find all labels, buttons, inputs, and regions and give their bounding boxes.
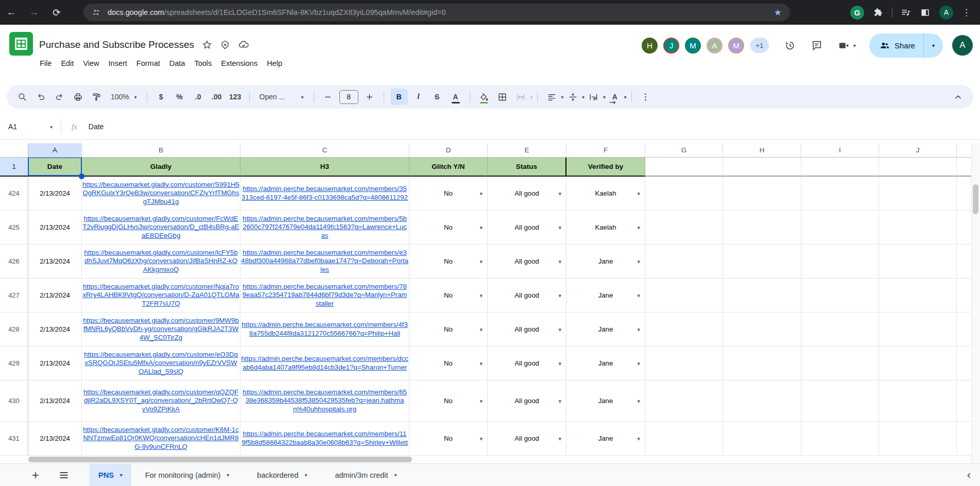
cell-empty[interactable]: [723, 313, 801, 346]
cell-glitch[interactable]: No▾: [409, 346, 488, 380]
cell-h3[interactable]: https://admin.perche.becausemarket.com/m…: [240, 279, 409, 313]
saved-to-drive-icon[interactable]: [238, 39, 249, 50]
tab-dropdown-icon[interactable]: ▾: [120, 472, 123, 478]
cell-K1-partial[interactable]: [957, 158, 971, 177]
cell-empty[interactable]: [645, 177, 723, 211]
collaborator-avatar[interactable]: J: [663, 38, 679, 54]
cell-glitch[interactable]: No▾: [409, 279, 488, 313]
cell-I1[interactable]: [801, 158, 879, 177]
vertical-align-button[interactable]: [565, 89, 580, 105]
dropdown-arrow-icon[interactable]: ▾: [558, 258, 561, 265]
google-sheets-logo[interactable]: [9, 32, 33, 56]
dropdown-arrow-icon[interactable]: ▾: [479, 326, 483, 333]
cell-empty[interactable]: [801, 245, 879, 279]
cell-date[interactable]: 2/13/2024: [28, 380, 82, 422]
dropdown-arrow-icon[interactable]: ▾: [637, 224, 640, 231]
reload-icon[interactable]: ⟳: [45, 7, 68, 19]
cell-empty[interactable]: [645, 211, 723, 245]
h3-link[interactable]: https://admin.perche.becausemarket.com/m…: [240, 321, 409, 338]
cell-verified[interactable]: Kaelah▾: [566, 177, 645, 211]
cell-h3[interactable]: https://admin.perche.becausemarket.com/m…: [240, 211, 409, 245]
formula-input[interactable]: Date: [89, 123, 104, 131]
zoom-select[interactable]: 100%▾: [106, 93, 142, 101]
font-select[interactable]: Open ...▾: [254, 93, 309, 101]
cell-partial[interactable]: [957, 177, 971, 211]
dropdown-arrow-icon[interactable]: ▾: [479, 224, 483, 231]
h3-link[interactable]: https://admin.perche.becausemarket.com/m…: [240, 283, 409, 308]
account-avatar[interactable]: A: [952, 35, 973, 56]
vertical-align-dropdown-icon[interactable]: ▾: [582, 94, 584, 100]
camera-dropdown-icon[interactable]: ▾: [853, 43, 856, 48]
cell-empty[interactable]: [879, 211, 957, 245]
text-wrap-button[interactable]: [586, 89, 601, 105]
increase-decimal-button[interactable]: .00: [209, 89, 225, 105]
menu-help[interactable]: Help: [262, 57, 287, 70]
cell-empty[interactable]: [645, 313, 723, 346]
strikethrough-button[interactable]: S: [429, 89, 445, 105]
h3-link[interactable]: https://admin.perche.becausemarket.com/m…: [240, 430, 409, 447]
cell-empty[interactable]: [801, 422, 879, 456]
cell-status[interactable]: All good▾: [488, 422, 566, 456]
text-color-button[interactable]: A: [448, 89, 463, 105]
labels-icon[interactable]: [220, 40, 230, 50]
dropdown-arrow-icon[interactable]: ▾: [479, 292, 483, 299]
menu-view[interactable]: View: [78, 57, 104, 70]
browser-profile-avatar[interactable]: A: [939, 6, 953, 20]
cell-status[interactable]: All good▾: [488, 313, 566, 346]
cell-empty[interactable]: [801, 211, 879, 245]
gladly-link[interactable]: https://becausemarket.gladly.com/custome…: [82, 181, 240, 206]
cell-verified[interactable]: Jane▾: [566, 422, 645, 456]
gladly-link[interactable]: https://becausemarket.gladly.com/custome…: [82, 249, 240, 274]
cell-empty[interactable]: [879, 346, 957, 380]
dropdown-arrow-icon[interactable]: ▾: [479, 397, 483, 404]
cell-empty[interactable]: [645, 346, 723, 380]
cell-empty[interactable]: [645, 279, 723, 313]
more-collaborators-badge[interactable]: +1: [750, 38, 769, 53]
redo-icon[interactable]: [51, 89, 67, 105]
select-all-corner[interactable]: [0, 143, 28, 158]
cell-partial[interactable]: [957, 346, 971, 380]
cell-h3[interactable]: https://admin.perche.becausemarket.com/m…: [240, 313, 409, 346]
horizontal-align-dropdown-icon[interactable]: ▾: [561, 94, 563, 100]
cell-empty[interactable]: [801, 380, 879, 422]
italic-button[interactable]: I: [411, 89, 426, 105]
cell-empty[interactable]: [879, 380, 957, 422]
dropdown-arrow-icon[interactable]: ▾: [558, 360, 561, 367]
browser-menu-icon[interactable]: ⋮: [962, 7, 971, 18]
media-controls-icon[interactable]: [901, 8, 911, 18]
cell-empty[interactable]: [801, 279, 879, 313]
text-rotation-button[interactable]: A: [607, 89, 623, 105]
dropdown-arrow-icon[interactable]: ▾: [479, 435, 483, 442]
cell-B1[interactable]: Gladly: [82, 158, 240, 177]
dropdown-arrow-icon[interactable]: ▾: [637, 397, 640, 404]
collaborator-avatar[interactable]: M: [728, 38, 744, 54]
cell-h3[interactable]: https://admin.perche.becausemarket.com/m…: [240, 422, 409, 456]
gladly-link[interactable]: https://becausemarket.gladly.com/custome…: [82, 426, 240, 451]
cell-gladly[interactable]: https://becausemarket.gladly.com/custome…: [82, 313, 240, 346]
cell-status[interactable]: All good▾: [488, 346, 566, 380]
cell-status[interactable]: All good▾: [488, 279, 566, 313]
horizontal-align-button[interactable]: [544, 89, 559, 105]
meet-camera-icon[interactable]: ▾: [838, 40, 856, 51]
cell-empty[interactable]: [723, 177, 801, 211]
gladly-link[interactable]: https://becausemarket.gladly.com/custome…: [82, 317, 240, 342]
collapse-toolbar-icon[interactable]: [950, 89, 966, 105]
tab-dropdown-icon[interactable]: ▾: [227, 472, 229, 478]
tab-dropdown-icon[interactable]: ▾: [305, 472, 307, 478]
gladly-link[interactable]: https://becausemarket.gladly.com/custome…: [82, 215, 240, 240]
cell-h3[interactable]: https://admin.perche.becausemarket.com/m…: [240, 177, 409, 211]
cell-empty[interactable]: [723, 245, 801, 279]
bold-button[interactable]: B: [390, 89, 408, 105]
cell-date[interactable]: 2/13/2024: [28, 211, 82, 245]
merge-cells-button[interactable]: [513, 89, 529, 105]
menu-insert[interactable]: Insert: [104, 57, 132, 70]
horizontal-scrollbar[interactable]: [28, 457, 412, 462]
h3-link[interactable]: https://admin.perche.becausemarket.com/m…: [240, 355, 409, 372]
bookmark-star-icon[interactable]: ★: [774, 7, 782, 18]
cell-gladly[interactable]: https://becausemarket.gladly.com/custome…: [82, 211, 240, 245]
cell-G1[interactable]: [645, 158, 723, 177]
cell-glitch[interactable]: No▾: [409, 211, 488, 245]
cell-J1[interactable]: [879, 158, 957, 177]
collaborator-avatar[interactable]: H: [642, 38, 658, 54]
cell-empty[interactable]: [723, 422, 801, 456]
